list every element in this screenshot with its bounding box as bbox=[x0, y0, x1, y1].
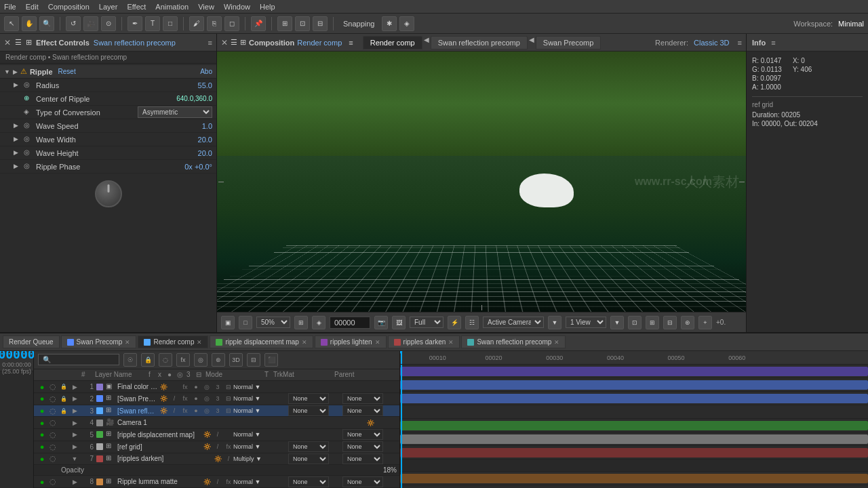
selection-tool[interactable]: ↖ bbox=[4, 16, 19, 31]
layer-3-trkmat-select[interactable]: None bbox=[288, 405, 329, 416]
layer-4-sw1[interactable]: 🔆 bbox=[366, 418, 375, 428]
layer-7-trkmat-select[interactable]: None bbox=[288, 453, 329, 464]
viewer4-btn[interactable]: + bbox=[698, 316, 712, 329]
timecode-display[interactable] bbox=[330, 317, 370, 329]
view-options-btn[interactable]: ▼ bbox=[548, 316, 561, 329]
layer-2-trkmat-select[interactable]: None bbox=[288, 393, 329, 404]
layer-7-sw2[interactable]: / bbox=[224, 454, 233, 464]
layer-8-sw3[interactable]: fx bbox=[224, 477, 233, 487]
layer-5-parent-select[interactable]: None bbox=[342, 429, 383, 440]
layer-7-sw1[interactable]: 🔆 bbox=[213, 454, 222, 464]
layer-4-sw3[interactable] bbox=[387, 418, 397, 428]
text-tool[interactable]: T bbox=[145, 16, 160, 31]
layer-8-collapse[interactable]: ▶ bbox=[69, 479, 80, 485]
layer-row-5[interactable]: ● ◌ ▶ 5 ⊞ [ripple displacement map] 🔆 / … bbox=[34, 429, 399, 441]
tl-adj-btn[interactable]: ⊛ bbox=[212, 353, 225, 367]
timeline-playhead[interactable] bbox=[401, 351, 402, 364]
layer-2-sw2[interactable]: / bbox=[170, 394, 179, 403]
menu-item-help[interactable]: Help bbox=[260, 3, 275, 11]
tab-swan-precomp[interactable]: Swan Precomp ✕ bbox=[61, 336, 137, 348]
menu-item-composition[interactable]: Composition bbox=[48, 3, 90, 11]
layer-search-input[interactable] bbox=[38, 354, 119, 365]
preview-ram-btn[interactable]: ▣ bbox=[221, 316, 235, 329]
ripple-effect-header[interactable]: ▼ ▶ ⚠ Ripple Reset Abo bbox=[0, 65, 216, 79]
layer-2-sw6[interactable]: 3 bbox=[213, 394, 222, 403]
tab-ripples-darken[interactable]: ripples darken ✕ bbox=[388, 336, 460, 348]
shape-tool[interactable]: □ bbox=[163, 16, 178, 31]
wave-width-expand[interactable]: ▶ bbox=[14, 136, 22, 144]
layer-2-sw5[interactable]: ◎ bbox=[202, 394, 212, 403]
layer-8-lock[interactable] bbox=[58, 476, 69, 487]
layer-row-6[interactable]: ● ◌ ▶ 6 ⊞ [ref grid] 🔆 / fx Normal ▼ Non… bbox=[34, 441, 399, 453]
wave-height-expand[interactable]: ▶ bbox=[14, 149, 22, 157]
comp-tab-swan-reflection[interactable]: Swan reflection precomp bbox=[431, 36, 528, 49]
radius-expand[interactable]: ▶ bbox=[14, 81, 22, 89]
menu-item-edit[interactable]: Edit bbox=[26, 3, 39, 11]
layer-2-solo[interactable]: ◌ bbox=[47, 393, 58, 404]
wave-speed-value[interactable]: 1.0 bbox=[202, 122, 212, 130]
tab-ripples-lighten[interactable]: ripples lighten ✕ bbox=[315, 336, 387, 348]
layout-select[interactable]: 1 View2 Views4 Views bbox=[566, 317, 606, 328]
tab-render-queue[interactable]: Render Queue bbox=[3, 336, 60, 348]
hand-tool[interactable]: ✋ bbox=[22, 16, 37, 31]
tl-fx-btn[interactable]: fx bbox=[176, 353, 190, 367]
quality-select[interactable]: FullHalfThird bbox=[410, 317, 443, 328]
tab-ripples-lighten-close[interactable]: ✕ bbox=[375, 339, 380, 346]
reset-button[interactable]: Reset bbox=[58, 68, 76, 75]
show-snapshot-btn[interactable]: 🖼 bbox=[392, 316, 406, 329]
tl-solo-btn[interactable]: ☉ bbox=[123, 353, 137, 367]
layer-6-trkmat-select[interactable]: None bbox=[288, 441, 329, 452]
wave-speed-expand[interactable]: ▶ bbox=[14, 122, 22, 130]
fit-frame-btn[interactable]: ⊞ bbox=[294, 316, 308, 329]
layer-2-sw1[interactable]: 🔆 bbox=[159, 394, 168, 403]
info-menu[interactable]: ≡ bbox=[771, 39, 775, 47]
unified-camera[interactable]: 🎥 bbox=[83, 16, 98, 31]
radius-value[interactable]: 55.0 bbox=[198, 81, 212, 89]
layer-8-parent-select[interactable]: None bbox=[342, 476, 383, 487]
align3-btn[interactable]: ⊟ bbox=[313, 16, 328, 31]
viewer-btn[interactable]: ⊞ bbox=[646, 316, 659, 329]
ripple-phase-value[interactable]: 0x +0.0° bbox=[184, 163, 212, 171]
layer-3-visible[interactable]: ● bbox=[37, 405, 47, 416]
layer-8-sw1[interactable]: 🔆 bbox=[202, 477, 212, 487]
menu-item-file[interactable]: File bbox=[4, 3, 16, 11]
layer-6-sw3[interactable]: fx bbox=[224, 442, 233, 451]
layer-7-visible[interactable]: ● bbox=[37, 453, 47, 464]
layer-3-sw6[interactable]: 3 bbox=[213, 406, 222, 415]
tab-swan-precomp-close[interactable]: ✕ bbox=[125, 339, 130, 346]
layer-1-sw5[interactable]: ◎ bbox=[202, 382, 212, 392]
layer-1-solo[interactable]: ◌ bbox=[47, 382, 58, 392]
tl-motion-blur-btn[interactable]: ◎ bbox=[194, 353, 208, 367]
layer-5-collapse[interactable]: ▶ bbox=[69, 431, 80, 438]
layer-2-collapse[interactable]: ▶ bbox=[69, 395, 80, 402]
layer-4-collapse[interactable]: ▶ bbox=[69, 420, 80, 426]
layout-btn[interactable]: ▼ bbox=[610, 316, 624, 329]
layer-8-sw2[interactable]: / bbox=[213, 477, 222, 487]
layer-2-sw4[interactable]: ● bbox=[191, 394, 201, 403]
tl-label-btn[interactable]: ⬛ bbox=[264, 353, 278, 367]
layer-5-visible[interactable]: ● bbox=[37, 429, 47, 440]
tl-3d-btn[interactable]: 3D bbox=[229, 353, 243, 367]
layer-2-sw7[interactable]: ⊟ bbox=[224, 394, 233, 403]
orbit-tool[interactable]: ⊙ bbox=[101, 16, 116, 31]
layer-1-sw1[interactable]: 🔆 bbox=[159, 382, 168, 392]
pen-tool[interactable]: ✒ bbox=[127, 16, 142, 31]
about-button[interactable]: Abo bbox=[200, 68, 212, 75]
layer-5-sw1[interactable]: 🔆 bbox=[202, 430, 212, 439]
layer-6-sw1[interactable]: 🔆 bbox=[202, 442, 212, 451]
tab-swan-reflection-close[interactable]: ✕ bbox=[554, 339, 559, 346]
wave-width-value[interactable]: 20.0 bbox=[198, 136, 212, 144]
layer-7-solo[interactable]: ◌ bbox=[47, 453, 58, 464]
layer-1-sw3[interactable]: fx bbox=[180, 382, 190, 392]
layer-7-parent-select[interactable]: None bbox=[342, 453, 383, 464]
layer-4-sw2[interactable] bbox=[376, 418, 386, 428]
layer-4-lock[interactable] bbox=[58, 418, 69, 428]
ripple-phase-dial[interactable] bbox=[95, 180, 122, 207]
snapshot-btn[interactable]: 📷 bbox=[374, 316, 388, 329]
center-value[interactable]: 640.0,360.0 bbox=[176, 95, 212, 102]
layer-1-sw2[interactable] bbox=[170, 382, 179, 392]
zoom-tool[interactable]: 🔍 bbox=[39, 16, 54, 31]
layer-3-sw4[interactable]: ● bbox=[191, 406, 201, 415]
align2-btn[interactable]: ⊡ bbox=[295, 16, 310, 31]
layer-3-sw5[interactable]: ◎ bbox=[202, 406, 212, 415]
